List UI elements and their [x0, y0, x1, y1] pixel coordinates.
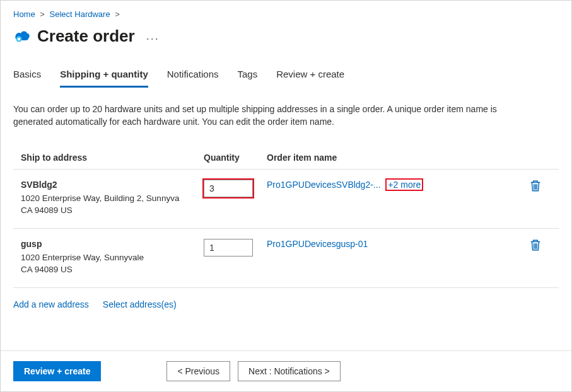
- quantity-input[interactable]: 1: [204, 239, 253, 257]
- address-line: CA 94089 US: [21, 263, 204, 276]
- order-item-name-link[interactable]: Pro1GPUDevicesgusp-01: [267, 239, 368, 249]
- order-item-more-link[interactable]: +2 more: [387, 180, 422, 190]
- breadcrumb-select-hardware[interactable]: Select Hardware: [50, 9, 110, 19]
- tab-notifications[interactable]: Notifications: [167, 65, 219, 88]
- add-new-address-link[interactable]: Add a new address: [13, 299, 89, 309]
- azure-service-icon: [13, 28, 31, 45]
- tab-review-create[interactable]: Review + create: [276, 65, 344, 88]
- address-cell: SVBldg2 1020 Enterprise Way, Building 2,…: [21, 180, 204, 217]
- col-ship-to: Ship to address: [21, 153, 204, 163]
- address-line: 1020 Enterprise Way, Sunnyvale: [21, 251, 204, 264]
- breadcrumb-home[interactable]: Home: [13, 9, 35, 19]
- trash-icon: [530, 239, 541, 251]
- quantity-input[interactable]: 3: [204, 180, 253, 197]
- table-header: Ship to address Quantity Order item name: [13, 146, 559, 169]
- tab-tags[interactable]: Tags: [237, 65, 257, 88]
- address-line: 1020 Enterprise Way, Building 2, Sunnyva: [21, 192, 204, 205]
- address-name: SVBldg2: [21, 180, 204, 190]
- table-row: gusp 1020 Enterprise Way, Sunnyvale CA 9…: [13, 229, 559, 288]
- breadcrumb-sep: >: [40, 9, 45, 19]
- more-actions-button[interactable]: ...: [146, 30, 160, 43]
- trash-icon: [530, 180, 541, 192]
- breadcrumb: Home > Select Hardware >: [13, 7, 559, 26]
- page-title: Create order: [37, 26, 135, 46]
- order-item-name-link[interactable]: Pro1GPUDevicesSVBldg2-...: [267, 180, 381, 190]
- svg-rect-1: [18, 38, 20, 40]
- next-button[interactable]: Next : Notifications >: [238, 361, 341, 381]
- footer: Review + create < Previous Next : Notifi…: [1, 350, 571, 391]
- delete-row-button[interactable]: [530, 180, 541, 194]
- tab-shipping-quantity[interactable]: Shipping + quantity: [60, 65, 148, 88]
- address-line: CA 94089 US: [21, 204, 204, 217]
- tab-basics[interactable]: Basics: [13, 65, 41, 88]
- previous-button[interactable]: < Previous: [166, 361, 230, 381]
- col-item-name: Order item name: [267, 153, 520, 163]
- address-name: gusp: [21, 239, 204, 249]
- address-cell: gusp 1020 Enterprise Way, Sunnyvale CA 9…: [21, 239, 204, 276]
- breadcrumb-sep: >: [115, 9, 120, 19]
- tabs: Basics Shipping + quantity Notifications…: [13, 65, 559, 88]
- select-addresses-link[interactable]: Select address(es): [103, 299, 177, 309]
- delete-row-button[interactable]: [530, 239, 541, 253]
- intro-text: You can order up to 20 hardware units an…: [13, 103, 537, 129]
- table-row: SVBldg2 1020 Enterprise Way, Building 2,…: [13, 169, 559, 229]
- col-quantity: Quantity: [204, 153, 267, 163]
- review-create-button[interactable]: Review + create: [13, 361, 101, 381]
